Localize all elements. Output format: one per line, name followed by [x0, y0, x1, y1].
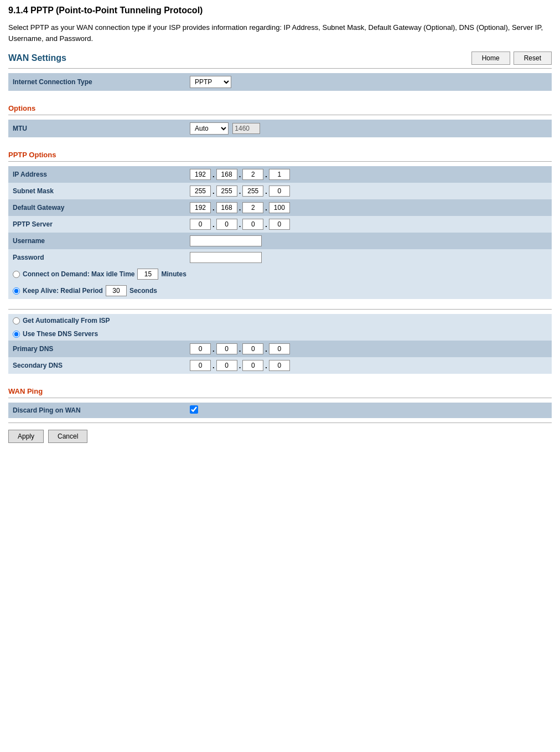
ip-address-label: IP Address [8, 166, 185, 183]
srv-oct1[interactable] [190, 219, 211, 230]
intro-text: Select PPTP as your WAN connection type … [8, 22, 552, 44]
connect-on-demand-row: Connect on Demand: Max idle Time Minutes [8, 266, 552, 282]
srv-dot1: . [212, 220, 215, 229]
wan-ping-divider [8, 398, 552, 398]
pdns-dot1: . [212, 345, 215, 353]
pptp-options-title: PPTP Options [8, 147, 552, 161]
connection-type-label: Internet Connection Type [8, 73, 185, 91]
discard-ping-checkbox[interactable] [190, 405, 198, 414]
reset-button[interactable]: Reset [514, 51, 552, 65]
keep-alive-radio[interactable] [13, 287, 20, 295]
subnet-dot2: . [238, 187, 242, 195]
subnet-oct2[interactable] [216, 186, 237, 197]
pdns-oct4[interactable] [269, 343, 290, 354]
dns-auto-label: Get Automatically From ISP [13, 317, 547, 325]
discard-ping-label: Discard Ping on WAN [8, 403, 185, 418]
dns-manual-text: Use These DNS Servers [23, 330, 98, 338]
ip-oct4[interactable] [269, 169, 290, 180]
srv-dot3: . [265, 220, 268, 229]
connection-type-row: Internet Connection Type PPTP DHCP Stati… [8, 73, 552, 91]
sdns-oct2[interactable] [216, 360, 237, 371]
subnet-oct1[interactable] [190, 186, 211, 197]
max-idle-time-input[interactable] [137, 269, 158, 280]
username-label: Username [8, 233, 185, 249]
srv-oct3[interactable] [242, 219, 263, 230]
connect-on-demand-label: Connect on Demand: Max idle Time Minutes [13, 269, 547, 280]
subnet-mask-group: . . . [190, 186, 547, 197]
connect-on-demand-radio[interactable] [13, 271, 20, 278]
default-gateway-row: Default Gateway . . . [8, 199, 552, 216]
dns-manual-row: Use These DNS Servers [8, 327, 552, 341]
seconds-label: Seconds [129, 287, 157, 295]
default-gateway-group: . . . [190, 202, 547, 213]
default-gateway-value: . . . [185, 199, 552, 216]
redial-period-input[interactable] [106, 285, 127, 296]
sdns-oct3[interactable] [242, 360, 263, 371]
subnet-oct4[interactable] [269, 186, 290, 197]
dns-divider [8, 309, 552, 310]
pptp-options-table: IP Address . . . Subnet Mask . . . [8, 166, 552, 299]
pdns-oct3[interactable] [242, 343, 263, 354]
pptp-server-label: PPTP Server [8, 216, 185, 233]
primary-dns-value: . . . [185, 341, 552, 357]
gw-dot2: . [238, 204, 242, 212]
pptp-server-row: PPTP Server . . . [8, 216, 552, 233]
ip-address-group: . . . [190, 169, 547, 180]
gw-dot1: . [212, 204, 215, 212]
mtu-table: MTU Auto Manual [8, 120, 552, 137]
ip-oct2[interactable] [216, 169, 237, 180]
secondary-dns-value: . . . [185, 357, 552, 374]
dns-auto-text: Get Automatically From ISP [23, 317, 110, 325]
ip-oct3[interactable] [242, 169, 263, 180]
subnet-dot1: . [212, 187, 215, 195]
ip-oct1[interactable] [190, 169, 211, 180]
gw-oct2[interactable] [216, 202, 237, 213]
sdns-oct4[interactable] [269, 360, 290, 371]
options-title: Options [8, 101, 552, 115]
gw-oct3[interactable] [242, 202, 263, 213]
keep-alive-label: Keep Alive: Redial Period Seconds [13, 285, 547, 296]
srv-oct2[interactable] [216, 219, 237, 230]
dns-auto-row: Get Automatically From ISP [8, 314, 552, 327]
mtu-mode-select[interactable]: Auto Manual [190, 122, 229, 135]
password-value [185, 249, 552, 266]
dns-auto-radio[interactable] [13, 317, 20, 325]
username-value [185, 233, 552, 249]
ip-address-value: . . . [185, 166, 552, 183]
ip-address-row: IP Address . . . [8, 166, 552, 183]
connection-type-table: Internet Connection Type PPTP DHCP Stati… [8, 73, 552, 91]
bottom-divider [8, 423, 552, 423]
sdns-dot2: . [238, 362, 242, 370]
sdns-dot3: . [265, 362, 268, 370]
gap3 [8, 302, 552, 309]
connection-type-select[interactable]: PPTP DHCP Static IP PPPoE L2TP [190, 76, 231, 88]
pdns-oct1[interactable] [190, 343, 211, 354]
connect-on-demand-text: Connect on Demand: Max idle Time [23, 270, 134, 278]
username-input[interactable] [190, 235, 262, 246]
primary-dns-group: . . . [190, 343, 547, 354]
cancel-button[interactable]: Cancel [48, 430, 87, 443]
password-row: Password [8, 249, 552, 266]
wan-ping-table: Discard Ping on WAN [8, 403, 552, 418]
keep-alive-row: Keep Alive: Redial Period Seconds [8, 282, 552, 299]
subnet-dot3: . [265, 187, 268, 195]
dns-manual-radio[interactable] [13, 331, 20, 338]
page-title: 9.1.4 PPTP (Point-to-Point Tunneling Pro… [8, 6, 552, 16]
apply-button[interactable]: Apply [8, 430, 44, 443]
mtu-value-cell: Auto Manual [185, 120, 552, 137]
minutes-label: Minutes [161, 270, 186, 278]
srv-dot2: . [238, 220, 242, 229]
pdns-oct2[interactable] [216, 343, 237, 354]
srv-oct4[interactable] [269, 219, 290, 230]
pptp-divider [8, 161, 552, 162]
password-label: Password [8, 249, 185, 266]
subnet-oct3[interactable] [242, 186, 263, 197]
top-divider [8, 68, 552, 69]
sdns-oct1[interactable] [190, 360, 211, 371]
home-button[interactable]: Home [471, 51, 510, 65]
ip-dot3: . [265, 171, 268, 179]
password-input[interactable] [190, 252, 262, 263]
gw-oct4[interactable] [269, 202, 290, 213]
gw-oct1[interactable] [190, 202, 211, 213]
mtu-input[interactable] [232, 123, 260, 134]
